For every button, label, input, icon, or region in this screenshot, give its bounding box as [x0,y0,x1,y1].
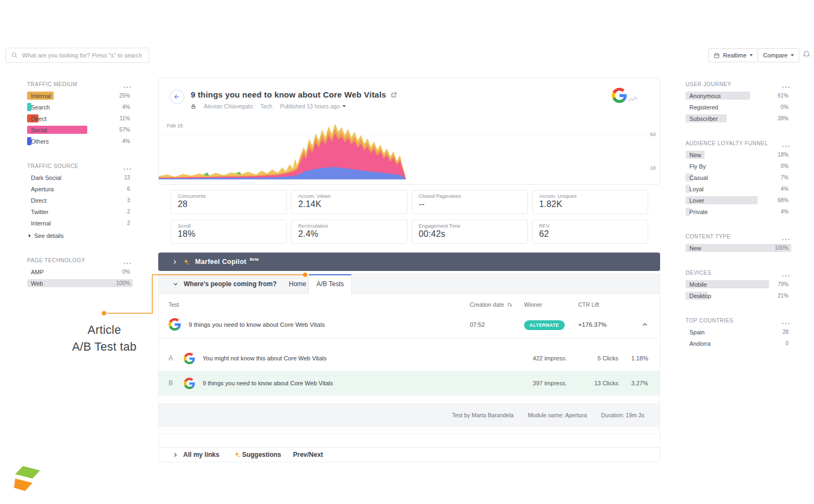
user-journey-item[interactable]: Registered 0% [686,101,791,113]
traffic-source-section: TRAFFIC SOURCE Dark Social 13 Apertura 6… [27,160,133,241]
user-journey-item[interactable]: Subscriber 39% [686,113,791,124]
triangle-right-icon [29,234,31,237]
see-details-link[interactable]: See details [27,230,133,241]
chevron-right-icon[interactable] [173,453,178,457]
sparkle-icon [183,259,190,266]
metric-card-accum-uniques[interactable]: Accum. Uniques 1.82K [532,190,648,214]
bottom-toolbar: All my links Suggestions Prev/Next [159,447,660,462]
variant-title: 9 things you need to know about Core Web… [203,380,499,386]
chevron-down-icon[interactable] [173,281,178,287]
ab-test-row[interactable]: 9 things you need to know about Core Web… [159,311,660,338]
article-card: 9 things you need to know about Core Web… [158,77,660,185]
variant-row-b[interactable]: B 9 things you need to know about Core W… [159,371,660,396]
content-type-item[interactable]: New 100% [686,242,791,254]
copilot-label: Marfeel Copilot [195,258,247,266]
traffic-medium-item[interactable]: Search 4% [27,101,133,113]
compare-selector[interactable]: Compare [758,48,799,62]
metric-card-closed-pageviews[interactable]: Closed Pageviews -- [412,190,528,214]
sort-icon[interactable] [507,302,513,308]
loyalty-item[interactable]: Loyal 4% [686,183,791,195]
more-options-icon[interactable] [782,233,790,243]
loyalty-item[interactable]: Fly By 0% [686,160,791,172]
metric-card-accum-views[interactable]: Accum. Views 2.14K [291,190,407,214]
traffic-source-item[interactable]: Internal 2 [27,217,133,229]
traffic-medium-item[interactable]: Direct 11% [27,113,133,124]
traffic-source-item[interactable]: Direct 3 [27,195,133,206]
more-options-icon[interactable] [782,269,790,279]
global-search[interactable] [5,48,149,63]
suggestions-button[interactable]: Suggestions [242,451,281,458]
metric-card-recirculation[interactable]: Recirculation 2.4% [291,219,407,244]
realtime-selector[interactable]: Realtime [708,48,758,62]
top-countries-section: TOP COUNTRIES Spain 28 Andorra 0 [686,315,791,349]
variant-clicks: 5 Clicks [567,355,618,361]
country-item[interactable]: Andorra 0 [686,338,791,349]
metric-card-engagement-time[interactable]: Engagement Time 00:42s [412,219,528,244]
more-options-icon[interactable] [124,257,131,267]
device-item[interactable]: Desktop 21% [686,290,791,301]
search-input[interactable] [22,52,143,59]
chart-y-label-10: 10 [650,165,656,171]
traffic-medium-item[interactable]: Others 4% [27,135,133,147]
article-section-tag[interactable]: Tech [260,103,272,109]
variant-id: A [169,354,179,362]
more-options-icon[interactable] [782,317,790,327]
all-my-links-button[interactable]: All my links [183,451,219,458]
tab-ab-tests[interactable]: A/B Tests [308,274,352,294]
more-options-icon[interactable] [124,163,131,172]
more-options-icon[interactable] [782,140,790,150]
notifications-bell-icon[interactable] [803,50,810,58]
test-by: Test by Marta Barandela [452,412,514,418]
chevron-up-icon[interactable] [642,321,648,328]
metric-card-concurrents[interactable]: Concurrents 28 [171,190,287,214]
google-logo [612,88,639,103]
page-technology-item[interactable]: AMP 0% [27,266,133,277]
loyalty-item[interactable]: Private 4% [686,206,791,217]
variant-id: B [169,379,179,387]
traffic-source-item[interactable]: Twitter 2 [27,206,133,217]
module-name: Module name: Apertura [528,412,587,418]
traffic-medium-item[interactable]: Internal 25% [27,90,133,101]
metric-card-scroll[interactable]: Scroll 18% [171,219,287,244]
page-technology-section: PAGE TECHNOLOGY AMP 0% Web 100% [27,255,133,289]
caret-down-icon [750,54,753,56]
article-title: 9 things you need to know about Core Web… [191,90,386,99]
col-header-ctr-lift: CTR Lift [578,301,630,308]
left-sidebar: TRAFFIC MEDIUM Internal 25% Search 4% Di… [27,79,133,302]
marfeel-copilot-bar[interactable]: Marfeel Copilot Beta [158,253,660,271]
metric-card-rfv[interactable]: RFV 62 [532,219,648,244]
more-options-icon[interactable] [782,81,790,91]
published-dropdown[interactable]: Published 13 hours ago [280,103,346,109]
section-title: DEVICES [686,270,711,276]
prev-next-button[interactable]: Prev/Next [293,451,323,458]
variant-ctr: 1.18% [618,355,660,361]
variant-impressions: 422 impress. [499,355,567,361]
country-item[interactable]: Spain 28 [686,326,791,338]
traffic-source-item[interactable]: Apertura 6 [27,183,133,195]
device-item[interactable]: Mobile 79% [686,279,791,290]
loyalty-item[interactable]: New 18% [686,149,791,160]
section-tabs-row: Where's people coming from? Home A/B Tes… [159,274,660,294]
user-journey-item[interactable]: Anonymous 61% [686,90,791,101]
external-link-icon[interactable] [391,92,397,98]
ab-table-header: Test Creation date Winner CTR Lift [159,294,660,311]
section-title: USER JOURNEY [686,81,731,87]
page-technology-item[interactable]: Web 100% [27,277,133,289]
loyalty-item[interactable]: Casual 7% [686,172,791,183]
google-favicon [184,353,195,364]
loyalty-item[interactable]: Lover 68% [686,195,791,206]
article-author[interactable]: Alexian Chiavegato [204,103,253,109]
divider [159,427,660,434]
ab-test-title: 9 things you need to know about Core Web… [189,321,325,328]
variant-row-a[interactable]: A You might not know this about Core Web… [159,346,660,371]
right-sidebar: USER JOURNEY Anonymous 61% Registered 0%… [686,79,791,363]
creation-date-value: 07:52 [470,321,524,328]
traffic-medium-item[interactable]: Social 57% [27,124,133,135]
section-title: TRAFFIC SOURCE [27,163,79,169]
back-button[interactable] [170,89,184,104]
calendar-icon [714,53,720,59]
traffic-source-item[interactable]: Dark Social 13 [27,172,133,183]
audience-loyalty-funnel-section: AUDIENCE LOYALTY FUNNEL New 18% Fly By 0… [686,138,791,217]
more-options-icon[interactable] [124,81,131,91]
beta-badge: Beta [250,257,259,262]
